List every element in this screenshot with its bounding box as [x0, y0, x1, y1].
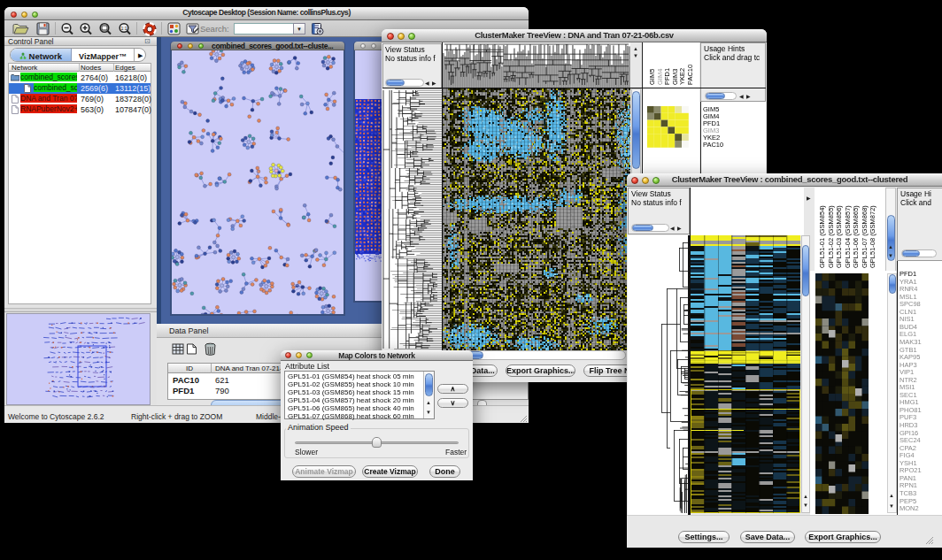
svg-text:1:1: 1:1: [121, 26, 127, 31]
